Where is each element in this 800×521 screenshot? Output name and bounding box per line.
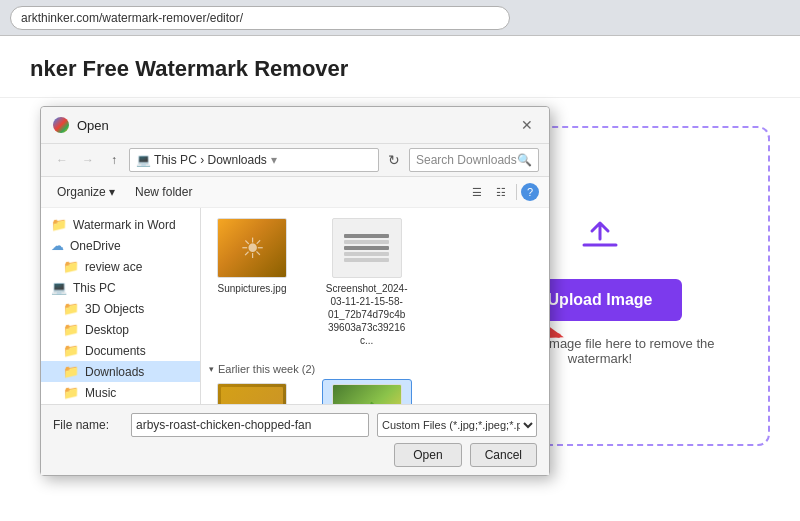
sidebar-label: Music [85,386,116,400]
file-item-screenshot[interactable]: Screenshot_2024-03-11-21-15-58-01_72b74d… [322,214,412,351]
back-button[interactable]: ← [51,149,73,171]
sidebar-item-music[interactable]: 📁 Music [41,382,200,403]
sidebar-label: Documents [85,344,146,358]
file-open-dialog: Open ✕ ← → ↑ 💻 This PC › Downloads ▾ ↻ S… [40,106,550,476]
sidebar-label: This PC [73,281,116,295]
title-bold: Free Watermark Remover [83,56,349,81]
sidebar-item-review-ace[interactable]: 📁 review ace [41,256,200,277]
folder-icon: 📁 [63,364,79,379]
organize-bar: Organize ▾ New folder ☰ ☷ ? [41,177,549,208]
url-bar[interactable]: arkthinker.com/watermark-remover/editor/ [10,6,510,30]
onedrive-icon: ☁ [51,238,64,253]
sidebar-label: Watermark in Word [73,218,176,232]
dialog-sidebar: 📁 Watermark in Word ☁ OneDrive 📁 review … [41,208,201,404]
folder-icon: 📁 [63,343,79,358]
page-header: nker Free Watermark Remover [0,36,800,98]
file-item-sunpictures[interactable]: Sunpictures.jpg [207,214,297,351]
pc-icon: 💻 [51,280,67,295]
footer-buttons: Open Cancel [53,443,537,467]
dialog-footer: File name: Custom Files (*.jpg;*.jpeg;*.… [41,404,549,475]
search-bar[interactable]: Search Downloads 🔍 [409,148,539,172]
dialog-toolbar: ← → ↑ 💻 This PC › Downloads ▾ ↻ Search D… [41,144,549,177]
organize-button[interactable]: Organize ▾ [51,183,121,201]
help-button[interactable]: ? [521,183,539,201]
file-name-screenshot: Screenshot_2024-03-11-21-15-58-01_72b74d… [326,282,408,347]
dialog-files-area: Sunpictures.jpg [201,208,549,404]
path-bar[interactable]: 💻 This PC › Downloads ▾ [129,148,379,172]
sidebar-label: OneDrive [70,239,121,253]
dialog-title-area: Open [53,117,109,133]
page-title: nker Free Watermark Remover [30,56,770,82]
file-thumb-book: The Picture Bride [217,383,287,404]
sidebar-item-downloads[interactable]: 📁 Downloads [41,361,200,382]
path-dropdown[interactable]: ▾ [271,153,277,167]
sidebar-item-desktop[interactable]: 📁 Desktop [41,319,200,340]
path-separator: › [197,153,208,167]
sidebar-item-watermark-in-word[interactable]: 📁 Watermark in Word [41,214,200,235]
url-text: arkthinker.com/watermark-remover/editor/ [21,11,243,25]
sidebar-label: review ace [85,260,142,274]
forward-button[interactable]: → [77,149,99,171]
book-inner: The Picture Bride [221,387,283,404]
chrome-icon [53,117,69,133]
earlier-this-week-files-grid: The Picture Bride 9781922310859_rev.jpg … [207,379,543,404]
new-folder-button[interactable]: New folder [129,183,198,201]
section-earlier-this-week: ▾ Earlier this week (2) [207,359,543,379]
title-prefix: nker [30,56,76,81]
filename-label: File name: [53,418,123,432]
sidebar-label: 3D Objects [85,302,144,316]
view-list-button[interactable]: ☰ [466,181,488,203]
file-thumb-sunpictures [217,218,287,278]
dialog-close-button[interactable]: ✕ [517,115,537,135]
browser-bar: arkthinker.com/watermark-remover/editor/ [0,0,800,36]
filename-row: File name: Custom Files (*.jpg;*.jpeg;*.… [53,413,537,437]
filetype-select[interactable]: Custom Files (*.jpg;*.jpeg;*.png [377,413,537,437]
upload-icon [576,207,624,264]
path-this-pc: 💻 This PC [136,153,197,167]
search-icon: 🔍 [517,153,532,167]
dialog-title-text: Open [77,118,109,133]
folder-icon: 📁 [63,301,79,316]
file-item-salad[interactable]: arbys-roast-chicken-chopped-farmhouse-sa… [322,379,412,404]
screenshot-preview [344,234,389,262]
refresh-button[interactable]: ↻ [383,149,405,171]
open-button[interactable]: Open [394,443,461,467]
cancel-button[interactable]: Cancel [470,443,537,467]
dialog-body: 📁 Watermark in Word ☁ OneDrive 📁 review … [41,208,549,404]
dialog-titlebar: Open ✕ [41,107,549,144]
view-icons: ☰ ☷ ? [466,181,539,203]
file-thumb-screenshot [332,218,402,278]
path-downloads: Downloads [207,153,266,167]
up-button[interactable]: ↑ [103,149,125,171]
view-divider [516,184,517,200]
folder-icon: 📁 [63,322,79,337]
sidebar-item-documents[interactable]: 📁 Documents [41,340,200,361]
file-thumb-salad [332,384,402,404]
section-arrow: ▾ [209,364,214,374]
sidebar-item-this-pc[interactable]: 💻 This PC [41,277,200,298]
section-label: Earlier this week (2) [218,363,315,375]
folder-icon: 📁 [63,385,79,400]
folder-icon: 📁 [51,217,67,232]
search-placeholder: Search Downloads [416,153,517,167]
sidebar-item-onedrive[interactable]: ☁ OneDrive [41,235,200,256]
folder-icon: 📁 [63,259,79,274]
file-item-book[interactable]: The Picture Bride 9781922310859_rev.jpg [207,379,297,404]
sidebar-label: Desktop [85,323,129,337]
page-content: nker Free Watermark Remover Upload Image… [0,36,800,521]
file-name-sunpictures: Sunpictures.jpg [218,282,287,295]
sidebar-label: Downloads [85,365,144,379]
sidebar-item-3d-objects[interactable]: 📁 3D Objects [41,298,200,319]
recent-files-grid: Sunpictures.jpg [207,214,543,351]
filename-input[interactable] [131,413,369,437]
view-grid-button[interactable]: ☷ [490,181,512,203]
